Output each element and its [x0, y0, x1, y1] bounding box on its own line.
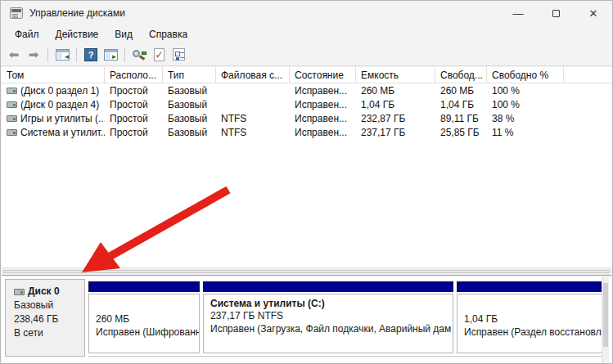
column-header-status[interactable]: Состояние [290, 67, 356, 83]
graphical-disk-pane: Диск 0 Базовый 238,46 ГБ В сети 260 МБ И… [2, 276, 611, 363]
maximize-button[interactable] [537, 1, 575, 25]
horizontal-scrollbar[interactable] [2, 267, 611, 276]
disk-name: Диск 0 [28, 285, 60, 299]
partition-color-bar [203, 281, 453, 292]
volume-filesystem: NTFS [216, 127, 290, 138]
app-icon [10, 7, 23, 19]
volume-icon [7, 88, 17, 94]
partition-status: Исправен (Загрузка, Файл подкачки, Авари… [210, 322, 451, 335]
column-header-free-pct[interactable]: Свободно % [487, 67, 564, 83]
volume-type: Базовый [163, 113, 216, 124]
volume-type: Базовый [163, 99, 216, 110]
menu-file[interactable]: Файл [8, 27, 46, 42]
volume-free: 25,85 ГБ [435, 127, 487, 138]
partition-efi[interactable]: 260 МБ Исправен (Шифрованн [88, 281, 200, 357]
column-header-type[interactable]: Тип [163, 67, 216, 83]
volume-filesystem: NTFS [216, 113, 290, 124]
column-header-empty [564, 67, 611, 83]
volume-icon [7, 129, 17, 136]
volume-icon [7, 101, 17, 108]
toolbar-separator [47, 47, 48, 62]
help-icon[interactable]: ? [81, 45, 101, 65]
partition-color-bar [457, 281, 605, 292]
table-row[interactable]: (Диск 0 раздел 1) Простой Базовый Исправ… [2, 83, 611, 97]
close-button[interactable]: ✕ [575, 1, 612, 25]
volume-layout: Простой [105, 99, 163, 110]
volume-status: Исправен... [290, 85, 356, 97]
window-title: Управление дисками [29, 7, 125, 19]
partition-size: 1,04 ГБ [464, 312, 602, 326]
show-action-pane-icon[interactable]: ► [101, 45, 120, 65]
volume-layout: Простой [105, 85, 163, 97]
toolbar: ⬅ ➡ ◄ ? ► [1, 43, 612, 66]
column-header-free[interactable]: Свобод... [435, 67, 487, 83]
column-header-filesystem[interactable]: Файловая с... [216, 67, 290, 83]
show-console-tree-icon[interactable]: ◄ [52, 45, 72, 65]
table-row[interactable]: Игры и утилиты (... Простой Базовый NTFS… [2, 111, 611, 125]
partition-system-c[interactable]: Система и утилиты (C:) 237,17 ГБ NTFS Ис… [203, 281, 453, 357]
partition-size: 237,17 ГБ NTFS [210, 309, 451, 322]
check-document-icon[interactable] [149, 45, 169, 65]
maximize-icon [552, 10, 560, 17]
table-row[interactable]: (Диск 0 раздел 4) Простой Базовый Исправ… [2, 97, 611, 111]
refresh-disks-icon[interactable] [129, 45, 149, 65]
volume-status: Исправен... [290, 127, 356, 138]
menu-view[interactable]: Вид [108, 27, 139, 42]
volume-icon [7, 115, 17, 122]
title-bar: Управление дисками — ✕ [1, 1, 612, 25]
disk-management-window: Управление дисками — ✕ Файл Действие Вид… [0, 0, 613, 364]
disk-info-box[interactable]: Диск 0 Базовый 238,46 ГБ В сети [5, 279, 85, 357]
volume-list-view: Том Располо... Тип Файловая с... Состоян… [2, 67, 611, 267]
partition-title: Система и утилиты (C:) [210, 298, 451, 309]
volume-name: (Диск 0 раздел 1) [20, 85, 99, 97]
checklist-icon[interactable] [169, 45, 188, 65]
volume-capacity: 232,87 ГБ [356, 113, 435, 124]
partition-status: Исправен (Шифрованн [96, 326, 197, 339]
volume-name: Игры и утилиты (... [20, 113, 105, 124]
volume-capacity: 237,17 ГБ [356, 127, 435, 138]
partition-recovery[interactable]: 1,04 ГБ Исправен (Раздел восстановл [457, 281, 605, 357]
disk-size: 238,46 ГБ [14, 312, 81, 326]
volume-name: Система и утилит... [20, 127, 105, 138]
volume-status: Исправен... [290, 99, 356, 110]
menu-action[interactable]: Действие [49, 27, 106, 42]
volume-free-pct: 100 % [487, 85, 564, 97]
volume-free-pct: 38 % [487, 113, 564, 124]
minimize-button[interactable]: — [499, 1, 537, 25]
volume-free-pct: 11 % [487, 127, 564, 138]
disk-row-divider [88, 356, 602, 357]
vertical-scrollbar[interactable] [602, 276, 609, 363]
volume-free: 89,11 ГБ [435, 113, 487, 124]
disk-type: Базовый [14, 299, 81, 312]
table-row[interactable]: Система и утилит... Простой Базовый NTFS… [2, 125, 611, 139]
column-header-capacity[interactable]: Емкость [356, 67, 435, 83]
volume-table-header: Том Располо... Тип Файловая с... Состоян… [2, 67, 611, 83]
volume-status: Исправен... [290, 113, 356, 124]
forward-icon[interactable]: ➡ [24, 45, 43, 65]
volume-layout: Простой [105, 113, 163, 124]
column-header-layout[interactable]: Располо... [105, 67, 163, 83]
toolbar-separator [76, 47, 77, 62]
partition-color-bar [88, 281, 200, 292]
volume-type: Базовый [163, 85, 216, 97]
disk-status: В сети [14, 326, 81, 340]
volume-free: 1,04 ГБ [435, 99, 487, 110]
menu-bar: Файл Действие Вид Справка [1, 25, 612, 43]
volume-type: Базовый [163, 127, 216, 138]
partition-size: 260 МБ [96, 312, 197, 326]
partition-status: Исправен (Раздел восстановл [464, 326, 602, 339]
volume-layout: Простой [105, 127, 163, 138]
column-header-volume[interactable]: Том [2, 67, 105, 83]
volume-capacity: 260 МБ [356, 85, 435, 97]
volume-name: (Диск 0 раздел 4) [20, 99, 99, 110]
volume-free: 260 МБ [435, 85, 487, 97]
back-icon[interactable]: ⬅ [4, 45, 24, 65]
volume-free-pct: 100 % [487, 99, 564, 110]
menu-help[interactable]: Справка [142, 27, 194, 42]
toolbar-separator [124, 47, 125, 62]
disk-icon [14, 289, 25, 295]
volume-capacity: 1,04 ГБ [356, 99, 435, 110]
